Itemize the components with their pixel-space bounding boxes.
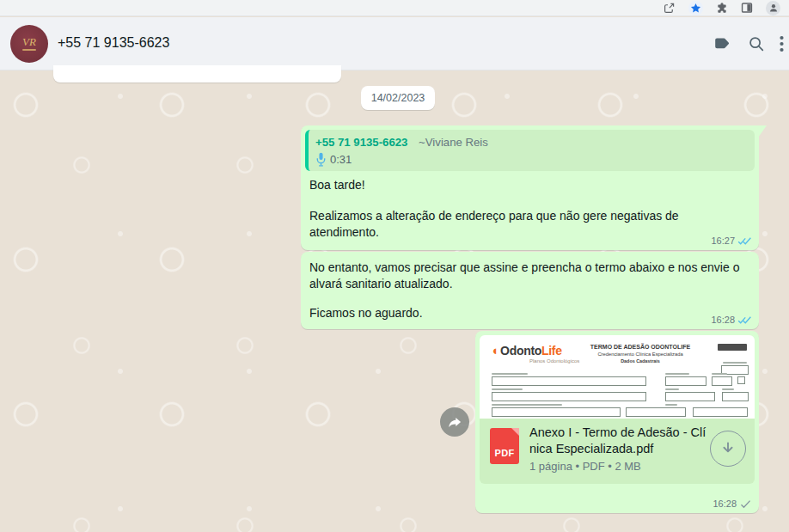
chat-area: 14/02/2023 +55 71 9135-6623 ~Viviane Rei… (0, 70, 789, 532)
message-time: 16:28 (713, 498, 737, 509)
read-receipt-icon (737, 236, 752, 246)
voice-duration: 0:31 (330, 153, 352, 166)
message-text: Ficamos no aguardo. (309, 305, 750, 321)
sent-receipt-icon (739, 499, 752, 509)
read-receipt-icon (737, 315, 752, 325)
forward-arrow-icon (447, 414, 463, 431)
document-title: TERMO DE ADESÃO ODONTOLIFE (576, 344, 705, 350)
quote-sender-number: +55 71 9135-6623 (315, 136, 407, 149)
browser-window: VR +55 71 9135-6623 14/02/2023 +55 71 91 (0, 0, 789, 532)
download-button[interactable] (710, 431, 746, 467)
partial-incoming-bubble (53, 65, 341, 83)
file-meta: 1 página • PDF • 2 MB (529, 460, 641, 473)
menu-icon[interactable] (774, 27, 789, 61)
document-preview[interactable]: ◖ Odonto Life Planos Odontológicos TERMO… (480, 335, 755, 419)
message-text: No entanto, vamos precisar que assine e … (309, 260, 750, 292)
extensions-icon[interactable] (716, 2, 728, 14)
date-divider: 14/02/2023 (361, 86, 435, 110)
download-arrow-icon (719, 440, 737, 457)
side-panel-icon[interactable] (741, 2, 753, 14)
message-bubble[interactable]: +55 71 9135-6623 ~Viviane Reis 0:31 Boa … (301, 125, 759, 250)
file-name: Anexo I - Termo de Adesão - Clínica Espe… (529, 425, 713, 457)
quoted-message[interactable]: +55 71 9135-6623 ~Viviane Reis 0:31 (305, 130, 755, 171)
quote-sender-name: ~Viviane Reis (419, 136, 488, 149)
document-subtitle2: Dados Cadastrais (576, 358, 705, 364)
message-text: Boa tarde! (309, 177, 750, 193)
share-icon[interactable] (663, 2, 676, 15)
message-bubble[interactable]: No entanto, vamos precisar que assine e … (301, 252, 759, 329)
odontolife-logo-icon: ◖ (491, 343, 498, 358)
browser-toolbar (0, 0, 789, 16)
search-icon[interactable] (739, 27, 774, 61)
logo-text-accent: Life (541, 344, 562, 358)
document-message[interactable]: ◖ Odonto Life Planos Odontológicos TERMO… (475, 331, 759, 513)
chat-title[interactable]: +55 71 9135-6623 (58, 35, 169, 51)
avatar-monogram: VR (22, 37, 36, 47)
document-file-row[interactable]: PDF Anexo I - Termo de Adesão - Clínica … (480, 419, 755, 484)
message-time: 16:27 (711, 235, 735, 246)
ans-badge (718, 344, 747, 351)
message-text: Realizamos a alteração de endereço para … (309, 208, 750, 241)
document-subtitle: Credenciamento Clínica Especializada (576, 352, 705, 357)
label-icon[interactable] (705, 27, 739, 61)
chat-header: VR +55 71 9135-6623 (0, 17, 789, 70)
contact-avatar[interactable]: VR (10, 25, 48, 63)
message-time: 16:28 (711, 315, 735, 325)
bookmark-star-icon[interactable] (688, 1, 703, 15)
forward-button[interactable] (440, 407, 469, 437)
pdf-icon: PDF (490, 428, 519, 464)
logo-text: Odonto (500, 344, 541, 358)
bubble-tail (758, 125, 767, 138)
profile-icon[interactable] (766, 1, 780, 15)
logo-tagline: Planos Odontológicos (529, 358, 579, 364)
microphone-icon (315, 152, 327, 167)
